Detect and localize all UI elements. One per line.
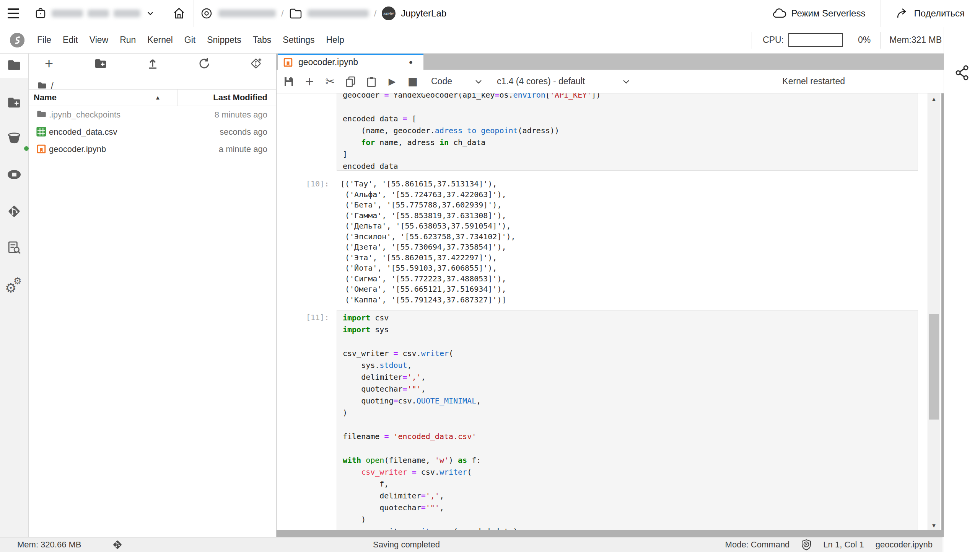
refresh-button[interactable] — [195, 55, 213, 72]
notebook-scrollbar[interactable]: ▲ ▼ — [928, 93, 940, 530]
cursor-position[interactable]: Ln 1, Col 1 — [823, 540, 864, 550]
menu-snippets[interactable]: Snippets — [201, 27, 247, 53]
menu-kernel[interactable]: Kernel — [142, 27, 178, 53]
git-tab[interactable] — [0, 204, 28, 219]
app-title: JupyterLab — [401, 8, 446, 19]
gears-icon: ⚙ ⚙ — [6, 277, 23, 294]
kernel-dropdown[interactable]: c1.4 (4 cores) - default — [497, 70, 585, 93]
paste-cells-button[interactable] — [364, 73, 379, 90]
serverless-mode-button[interactable]: Режим Serverless — [757, 0, 881, 27]
hamburger-menu-button[interactable] — [0, 0, 27, 27]
running-indicator-dot — [24, 146, 29, 151]
trust-shield-icon[interactable] — [801, 539, 812, 550]
memory-usage: Mem: 320.66 MB — [17, 537, 81, 552]
command-mode-indicator[interactable]: Mode: Command — [725, 540, 790, 550]
unsaved-dot-icon[interactable]: ● — [409, 59, 413, 66]
settings-tab[interactable]: ⚙ ⚙ — [0, 277, 28, 294]
main-dock-panel: geocoder.ipynb ● + ✂ — [277, 54, 944, 537]
status-message: Saving completed — [373, 537, 440, 552]
file-row-csv[interactable]: encoded_data.csv seconds ago — [29, 123, 276, 140]
notebook-tab[interactable]: geocoder.ipynb ● — [278, 54, 423, 70]
notebook-toolbar: + ✂ ▶ — [277, 70, 944, 93]
scroll-up-arrow-icon[interactable]: ▲ — [928, 96, 940, 102]
share-label: Поделиться — [914, 8, 965, 19]
stop-icon: ■ — [408, 75, 418, 88]
output-prompt: [10]: — [306, 179, 329, 189]
plus-icon: + — [304, 75, 314, 88]
new-launcher-button[interactable]: + — [40, 55, 58, 72]
folder-icon — [7, 58, 21, 72]
code-cell-input[interactable]: import csvimport sys csv_writer = csv.wr… — [337, 310, 918, 530]
clipboard-icon — [366, 76, 377, 87]
new-folder-button[interactable] — [92, 55, 109, 72]
sort-ascending-icon[interactable]: ▲ — [155, 90, 161, 106]
add-cell-button[interactable]: + — [302, 73, 317, 90]
file-row-checkpoints[interactable]: .ipynb_checkpoints 8 minutes ago — [29, 106, 276, 123]
menu-edit[interactable]: Edit — [57, 27, 84, 53]
top-bar-right: Режим Serverless Поделиться — [757, 0, 980, 27]
menu-settings[interactable]: Settings — [277, 27, 320, 53]
tab-title: geocoder.ipynb — [298, 57, 358, 67]
menu-tabs[interactable]: Tabs — [247, 27, 277, 53]
cell-output: [('Тау', '[55.861615,37.513134]'), ('Аль… — [340, 179, 516, 305]
share-button[interactable]: Поделиться — [881, 0, 980, 27]
dock-tab-bar: geocoder.ipynb ● — [277, 54, 944, 70]
scrollbar-thumb[interactable] — [929, 314, 939, 420]
menu-view[interactable]: View — [84, 27, 114, 53]
upload-icon — [147, 57, 159, 70]
menu-help[interactable]: Help — [320, 27, 350, 53]
cut-cells-button[interactable]: ✂ — [322, 73, 338, 90]
menu-git[interactable]: Git — [179, 27, 201, 53]
git-clone-button[interactable] — [247, 55, 265, 72]
column-divider — [177, 90, 177, 106]
file-modified: a minute ago — [219, 140, 267, 158]
file-list-header: Name ▲ Last Modified — [29, 89, 276, 106]
blurred-folder-name[interactable] — [308, 10, 369, 17]
save-button[interactable] — [281, 73, 296, 90]
share-nodes-icon[interactable] — [954, 64, 971, 81]
folder-plus-icon — [94, 57, 107, 70]
stop-oval-icon — [7, 168, 22, 181]
blurred-project-name[interactable] — [218, 10, 276, 17]
notebook-content: geocoder = YandexGeocoder(api_key=os.env… — [277, 93, 944, 530]
right-sidebar-strip — [944, 27, 980, 552]
status-bar-right: Mode: Command Ln 1, Col 1 geocoder.ipynb — [725, 537, 933, 552]
org-selector[interactable] — [27, 7, 164, 20]
interrupt-kernel-button[interactable]: ■ — [405, 73, 420, 90]
modified-column-header[interactable]: Last Modified — [213, 90, 267, 106]
play-icon: ▶ — [389, 76, 396, 87]
share-arrow-icon — [896, 8, 909, 19]
code-cell-input[interactable]: geocoder = YandexGeocoder(api_key=os.env… — [337, 93, 918, 171]
cpu-value: 0% — [858, 35, 871, 45]
file-modified: seconds ago — [220, 123, 267, 140]
home-icon — [172, 7, 186, 20]
run-cell-button[interactable]: ▶ — [384, 73, 400, 90]
blurred-org-name — [88, 10, 109, 17]
cpu-usage-bar — [788, 33, 843, 47]
git-icon — [7, 204, 21, 219]
menu-run[interactable]: Run — [114, 27, 142, 53]
menu-file[interactable]: File — [31, 27, 57, 53]
name-column-header[interactable]: Name — [34, 90, 57, 106]
project-icon[interactable] — [200, 7, 213, 20]
running-kernels-tab[interactable] — [0, 168, 28, 181]
document-search-icon — [7, 240, 21, 255]
blurred-org-name — [52, 10, 83, 17]
upload-button[interactable] — [144, 55, 161, 72]
breadcrumb-separator: / — [281, 8, 284, 19]
folder-icon[interactable] — [289, 8, 302, 19]
floppy-icon — [283, 76, 295, 87]
scroll-down-arrow-icon[interactable]: ▼ — [928, 522, 940, 529]
chevron-down-icon[interactable] — [623, 80, 630, 84]
snippets-tab[interactable] — [0, 240, 28, 255]
git-status-icon[interactable] — [112, 539, 123, 550]
horizontal-scrollbar[interactable] — [277, 530, 944, 537]
copy-cells-button[interactable] — [343, 73, 358, 90]
chevron-down-icon[interactable] — [475, 80, 482, 84]
home-button[interactable] — [164, 0, 194, 27]
new-folder-tab[interactable] — [0, 95, 28, 110]
file-row-notebook[interactable]: geocoder.ipynb a minute ago — [29, 140, 276, 158]
file-browser-tab[interactable] — [0, 58, 28, 72]
s3-buckets-tab[interactable] — [0, 131, 28, 145]
cell-type-dropdown[interactable]: Code — [431, 70, 452, 93]
